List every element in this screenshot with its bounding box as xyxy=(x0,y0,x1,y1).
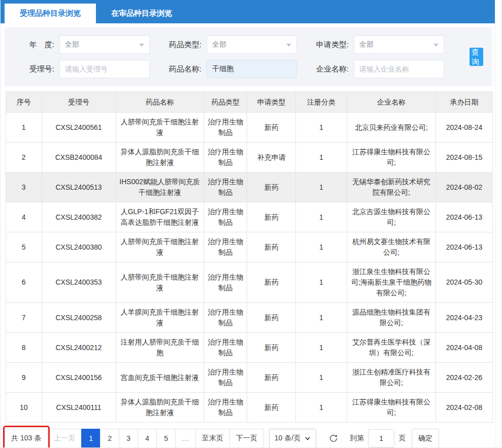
cell-drug-type: 治疗用生物制品 xyxy=(204,363,247,393)
cell-drug-name: 人脐带间充质干细胞注射液 xyxy=(116,232,204,262)
cell-drug-name: 宫血间充质干细胞注射液 xyxy=(116,363,204,393)
year-label: 年 度: xyxy=(14,40,54,50)
apply-type-field: 申请类型: 全部 xyxy=(308,36,444,54)
table-row[interactable]: 4CXSL2400382人GLP-1和FGF21双因子高表达脂肪干细胞注射液治疗… xyxy=(6,202,493,232)
cell-drug-name: 人脐带间充质干细胞注射液 xyxy=(116,262,204,303)
cell-index: 1 xyxy=(6,113,42,143)
cell-index: 9 xyxy=(6,363,42,393)
cell-reg-class: 1 xyxy=(296,143,347,173)
cell-apply-type: 新药 xyxy=(247,173,296,202)
cell-reg-class: 1 xyxy=(296,303,347,333)
cell-company: 杭州易文赛生物技术有限公司; xyxy=(347,232,436,262)
cell-accept-no: CXSL2400111 xyxy=(42,393,116,423)
accept-no-input[interactable] xyxy=(65,60,144,78)
cell-apply-type: 新药 xyxy=(247,113,296,143)
cell-drug-type: 治疗用生物制品 xyxy=(204,232,247,262)
apply-type-label: 申请类型: xyxy=(308,40,349,50)
cell-drug-name: 人GLP-1和FGF21双因子高表达脂肪干细胞注射液 xyxy=(116,202,204,232)
table-row[interactable]: 6CXSL2400353人脐带间充质干细胞注射液治疗用生物制品新药1浙江泉生生物… xyxy=(6,262,493,303)
apply-type-select[interactable]: 全部 xyxy=(354,36,444,54)
table-row[interactable]: 3CXSL2400513IHS002赋能人脐带间充质干细胞注射液治疗用生物制品新… xyxy=(6,173,493,202)
col-header-date: 承办日期 xyxy=(436,92,493,113)
col-header-index: 序号 xyxy=(6,92,42,113)
cell-company: 北京贝来药业有限公司; xyxy=(347,113,436,143)
cell-apply-type: 新药 xyxy=(247,333,296,363)
chevron-down-icon xyxy=(305,435,311,441)
table-row[interactable]: 9CXSL2400156宫血间充质干细胞注射液治疗用生物制品新药1浙江生创精准医… xyxy=(6,363,493,393)
filter-panel: 年 度: 全部 药品类型: 全部 申请类型: 全部 xyxy=(5,27,492,86)
cell-drug-type: 治疗用生物制品 xyxy=(204,393,247,423)
more-pages-ellipsis[interactable]: ... xyxy=(175,429,196,448)
cell-accept-no: CXSL2400353 xyxy=(42,262,116,303)
drug-type-select[interactable]: 全部 xyxy=(207,36,297,54)
total-count: 共 103 条 xyxy=(5,429,48,448)
drug-name-field: 药品名称: xyxy=(161,60,297,78)
table-row[interactable]: 10CXSL2400111异体人源脂肪间充质干细胞注射液治疗用生物制品新药1江苏… xyxy=(6,393,493,423)
jump-page-input[interactable] xyxy=(368,429,394,447)
year-select[interactable]: 全部 xyxy=(59,36,150,54)
page-button-3[interactable]: 3 xyxy=(119,429,138,448)
total-count-label: 共 103 条 xyxy=(11,434,41,443)
tab-accepted-catalog[interactable]: 受理品种目录浏览 xyxy=(5,4,96,23)
jump-suffix-label: 页 xyxy=(398,434,406,443)
cell-drug-type: 治疗用生物制品 xyxy=(204,202,247,232)
next-page-button[interactable]: 下一页 xyxy=(229,429,264,448)
company-input[interactable] xyxy=(359,60,439,78)
cell-accept-no: CXSL2400258 xyxy=(42,303,116,333)
tab-label: 受理品种目录浏览 xyxy=(20,9,81,18)
page-button-1[interactable]: 1 xyxy=(81,429,101,448)
company-label: 企业名称: xyxy=(308,64,349,74)
page-button-group: 上一页 12345 ... 至末页 下一页 xyxy=(48,429,264,448)
cell-drug-name: 人脐带间充质干细胞注射液 xyxy=(116,113,204,143)
cell-index: 10 xyxy=(6,393,42,423)
last-page-button[interactable]: 至末页 xyxy=(195,429,230,448)
table-row[interactable]: 1CXSL2400561人脐带间充质干细胞注射液治疗用生物制品新药1北京贝来药业… xyxy=(6,113,493,143)
cell-drug-type: 治疗用生物制品 xyxy=(204,303,247,333)
cell-drug-type: 治疗用生物制品 xyxy=(204,333,247,363)
page-size-select[interactable]: 10 条/页 xyxy=(269,429,316,448)
page-button-2[interactable]: 2 xyxy=(100,429,119,448)
cell-company: 浙江生创精准医疗科技有限公司; xyxy=(347,363,436,393)
prev-page-button[interactable]: 上一页 xyxy=(47,429,82,448)
cell-company: 艾尔普再生医学科技（深圳）有限公司; xyxy=(347,333,436,363)
cell-drug-name: 异体人源脂肪间充质干细胞注射液 xyxy=(116,143,204,173)
cell-reg-class: 1 xyxy=(296,173,347,202)
page-button-5[interactable]: 5 xyxy=(156,429,176,448)
chevron-down-icon xyxy=(433,44,439,47)
drug-type-select-value: 全部 xyxy=(212,40,226,49)
cell-accept-no: CXSL2400156 xyxy=(42,363,116,393)
year-select-value: 全部 xyxy=(65,40,79,49)
col-header-drug-name: 药品名称 xyxy=(116,92,204,113)
tab-label: 在审品种目录浏览 xyxy=(111,9,172,18)
table-row[interactable]: 8CXSL2400212注射用人脐带间充质干细胞治疗用生物制品新药1艾尔普再生医… xyxy=(6,333,493,363)
cell-index: 8 xyxy=(6,333,42,363)
drug-name-input[interactable] xyxy=(212,60,291,78)
cell-date: 2024-04-08 xyxy=(436,333,493,363)
confirm-jump-button[interactable]: 确定 xyxy=(412,429,439,448)
cell-accept-no: CXSL2400513 xyxy=(42,173,116,202)
cell-date: 2024-08-15 xyxy=(436,143,493,173)
cell-company: 源品细胞生物科技集团有限公司; xyxy=(347,303,436,333)
col-header-accept-no: 受理号 xyxy=(42,92,116,113)
accept-no-control xyxy=(59,60,150,78)
filter-grid: 年 度: 全部 药品类型: 全部 申请类型: 全部 xyxy=(14,36,455,78)
cell-accept-no: CXSL2400561 xyxy=(42,113,116,143)
refresh-icon[interactable] xyxy=(327,432,340,444)
cell-company: 无锡华泰创新药技术研究院有限公司; xyxy=(347,173,436,202)
cell-reg-class: 1 xyxy=(296,363,347,393)
year-field: 年 度: 全部 xyxy=(14,36,150,54)
cell-date: 2024-05-30 xyxy=(436,262,493,303)
table-row[interactable]: 7CXSL2400258人羊膜间充质干细胞注射液治疗用生物制品新药1源品细胞生物… xyxy=(6,303,493,333)
cell-reg-class: 1 xyxy=(296,113,347,143)
table-row[interactable]: 5CXSL2400380人脐带间充质干细胞注射液治疗用生物制品新药1杭州易文赛生… xyxy=(6,232,493,262)
page-button-4[interactable]: 4 xyxy=(138,429,157,448)
cell-index: 3 xyxy=(6,173,42,202)
cell-accept-no: CXSL2400212 xyxy=(42,333,116,363)
tab-under-review-catalog[interactable]: 在审品种目录浏览 xyxy=(96,4,187,23)
jump-prefix-label: 到第 xyxy=(350,434,364,443)
chevron-down-icon xyxy=(286,44,291,47)
drug-name-label: 药品名称: xyxy=(161,64,202,74)
search-button[interactable]: 查询 xyxy=(470,48,483,66)
table-row[interactable]: 2CXSB2400084异体人源脂肪间充质干细胞注射液治疗用生物制品补充申请1江… xyxy=(6,143,493,173)
cell-accept-no: CXSB2400084 xyxy=(42,143,116,173)
